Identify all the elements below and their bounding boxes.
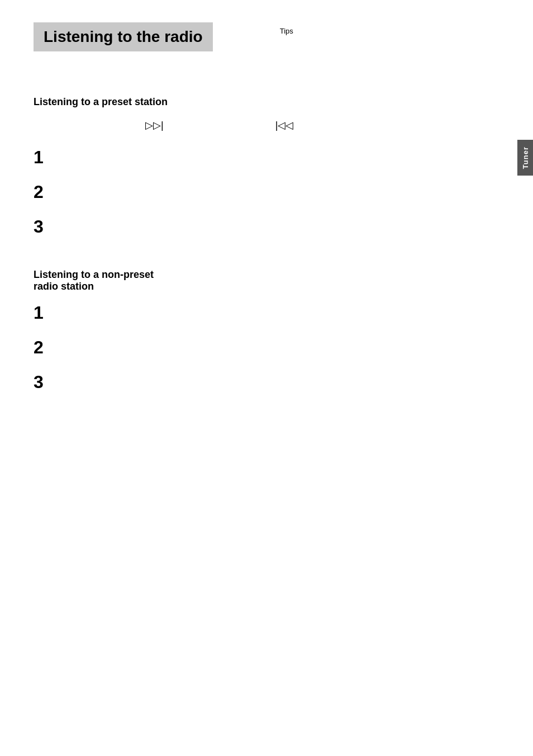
title-box: Listening to the radio <box>34 22 213 51</box>
section2-step-3: 3 <box>34 373 499 391</box>
page-title: Listening to the radio <box>44 28 203 45</box>
section2-step-1: 1 <box>34 304 499 322</box>
section1-step-2: 2 <box>34 183 499 201</box>
section-nonpreset: Listening to a non-preset radio station … <box>34 269 499 391</box>
section1-steps: 1 2 3 <box>34 148 499 235</box>
section2-heading-line2: radio station <box>34 281 94 292</box>
step-number: 1 <box>34 304 56 322</box>
side-tab-label: Tuner <box>521 147 530 169</box>
header-area: Listening to the radio Tips <box>34 22 499 51</box>
side-tab: Tuner <box>517 140 533 176</box>
section2-heading-line1: Listening to a non-preset <box>34 269 154 280</box>
section1-step-3: 3 <box>34 218 499 235</box>
section1-heading: Listening to a preset station <box>34 96 499 108</box>
section2-step-2: 2 <box>34 338 499 356</box>
section2-heading: Listening to a non-preset radio station <box>34 269 499 292</box>
step-number: 2 <box>34 338 56 356</box>
section2-steps: 1 2 3 <box>34 304 499 391</box>
back-skip-icon: |◁◁ <box>275 119 294 131</box>
step-number: 3 <box>34 373 56 391</box>
step-number: 2 <box>34 183 56 201</box>
page-container: Listening to the radio Tips Tuner Listen… <box>0 0 533 756</box>
step-number: 1 <box>34 148 56 166</box>
forward-skip-icon: ▷▷| <box>145 119 164 131</box>
icons-area: ▷▷| |◁◁ <box>145 119 499 131</box>
section1-step-1: 1 <box>34 148 499 166</box>
section-preset: Listening to a preset station ▷▷| |◁◁ 1 … <box>34 96 499 235</box>
step-number: 3 <box>34 218 56 235</box>
tips-label: Tips <box>280 27 293 35</box>
